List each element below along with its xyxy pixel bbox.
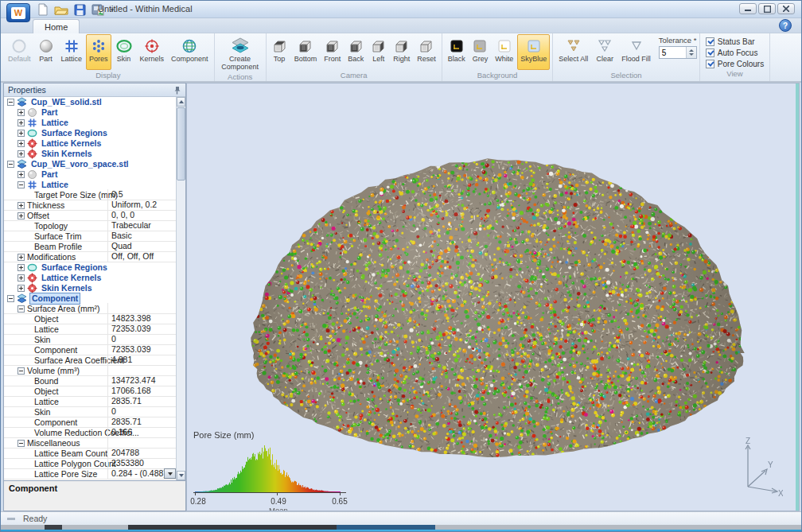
expander-plus[interactable] <box>18 285 25 292</box>
lattice-button[interactable]: Lattice <box>58 34 86 70</box>
tree-scrollbar[interactable] <box>176 97 185 480</box>
property-value[interactable]: 2835.71 <box>107 396 176 406</box>
expander-plus[interactable] <box>18 119 25 126</box>
tolerance-spin-buttons[interactable] <box>686 47 696 58</box>
property-value[interactable]: Quad <box>107 241 176 251</box>
expander-plus[interactable] <box>18 171 25 178</box>
property-value[interactable]: 2353380 <box>107 458 176 468</box>
tree-node-part[interactable]: Part <box>4 169 176 180</box>
expander-plus[interactable] <box>18 109 25 116</box>
expander-plus[interactable] <box>18 140 25 147</box>
part-button[interactable]: Part <box>35 34 57 70</box>
property-value[interactable]: 14823.398 <box>107 313 176 324</box>
tree-node-part[interactable]: Part <box>4 107 176 118</box>
skyblue-button[interactable]: SkyBlue <box>517 34 550 70</box>
select-all-button[interactable]: Select All <box>555 34 591 70</box>
property-value[interactable]: 2835.71 <box>107 417 176 427</box>
black-button[interactable]: Black <box>445 34 469 70</box>
close-button[interactable] <box>777 3 795 14</box>
property-value[interactable] <box>107 303 176 313</box>
tree-node-cup-we-voro-space-stl[interactable]: Cup_WE_voro_space.stl <box>4 159 176 169</box>
left-button[interactable]: Left <box>368 34 389 70</box>
property-value[interactable]: 0, 0, 0 <box>107 210 176 220</box>
top-button[interactable]: Top <box>269 34 290 70</box>
front-button[interactable]: Front <box>321 34 344 70</box>
property-value[interactable]: 134723.474 <box>107 375 176 386</box>
pore-size-dropdown-button[interactable] <box>164 468 176 479</box>
pore-colours-checkbox[interactable] <box>706 60 714 68</box>
view-option-auto-focus[interactable]: Auto Focus <box>706 49 764 57</box>
tab-home[interactable]: Home <box>33 19 80 33</box>
new-document-button[interactable] <box>36 3 50 16</box>
expander-plus[interactable] <box>18 150 25 157</box>
open-button[interactable] <box>54 3 68 16</box>
property-value[interactable]: 72353.039 <box>107 344 176 355</box>
status-bar-checkbox[interactable] <box>706 37 714 46</box>
viewport-3d[interactable]: Pore Size (mm) 0.28 0.49 0.65 Mean Z Y X <box>186 83 800 511</box>
application-menu-button[interactable]: W <box>6 3 30 22</box>
back-button[interactable]: Back <box>345 34 367 70</box>
property-row-lattice-pore-size[interactable]: Lattice Pore Size0.284 - (0.488) - 0... <box>4 469 176 480</box>
property-value[interactable]: 17066.168 <box>107 386 176 396</box>
expander-plus[interactable] <box>18 264 25 271</box>
expander-minus[interactable] <box>7 99 14 106</box>
right-button[interactable]: Right <box>390 34 413 70</box>
property-value[interactable]: 0 <box>107 406 176 417</box>
scroll-up-button[interactable] <box>177 97 185 107</box>
property-value[interactable]: Off, Off, Off <box>107 251 176 262</box>
property-value[interactable]: Trabecular <box>107 220 176 231</box>
clear-button[interactable]: Clear <box>592 34 617 70</box>
auto-focus-checkbox[interactable] <box>706 49 714 57</box>
expander-minus[interactable] <box>18 181 25 188</box>
grey-button[interactable]: Grey <box>469 34 492 70</box>
tree-node-surface-regions[interactable]: Surface Regions <box>4 262 176 273</box>
expander-plus[interactable] <box>18 202 25 209</box>
minimize-button[interactable] <box>739 3 757 14</box>
white-button[interactable]: White <box>492 34 516 70</box>
save-button[interactable] <box>72 3 87 16</box>
expander-plus[interactable] <box>18 130 25 137</box>
tree-node-lattice-kernels[interactable]: Lattice Kernels <box>4 138 176 149</box>
tree-node-lattice-kernels[interactable]: Lattice Kernels <box>4 273 176 283</box>
property-value[interactable] <box>107 437 176 448</box>
skin-button[interactable]: Skin <box>112 34 136 70</box>
bottom-button[interactable]: Bottom <box>291 34 321 70</box>
property-value[interactable]: 204788 <box>107 448 176 458</box>
property-value[interactable]: 0.166 <box>107 427 176 437</box>
expander-minus[interactable] <box>18 440 25 447</box>
tree-node-skin-kernels[interactable]: Skin Kernels <box>4 149 176 159</box>
flood-fill-button[interactable]: Flood Fill <box>618 34 654 70</box>
scroll-down-button[interactable] <box>177 471 185 480</box>
default-button[interactable]: Default <box>5 34 34 70</box>
help-button[interactable]: ? <box>779 19 792 32</box>
property-value[interactable]: 72353.039 <box>107 324 176 334</box>
pin-icon[interactable] <box>173 86 181 95</box>
reset-button[interactable]: Reset <box>414 34 439 70</box>
property-value[interactable]: Basic <box>107 231 176 241</box>
expander-plus[interactable] <box>18 212 25 219</box>
create-component-button[interactable]: Create Component <box>217 34 263 72</box>
expander-plus[interactable] <box>18 254 25 261</box>
property-value[interactable]: 4.881 <box>107 355 176 365</box>
view-option-status-bar[interactable]: Status Bar <box>706 37 764 46</box>
tolerance-input[interactable] <box>660 48 685 58</box>
tree-node-lattice[interactable]: Lattice <box>4 118 176 128</box>
property-value[interactable]: Uniform, 0.2 <box>107 200 176 210</box>
property-value[interactable]: 0 <box>107 334 176 344</box>
kernels-button[interactable]: Kernels <box>137 34 168 70</box>
component-button[interactable]: Component <box>168 34 212 70</box>
expander-plus[interactable] <box>18 274 25 282</box>
expander-minus[interactable] <box>7 161 14 168</box>
view-option-pore-colours[interactable]: Pore Colours <box>706 60 764 68</box>
property-row-modifications[interactable]: ModificationsOff, Off, Off <box>4 252 176 262</box>
scroll-thumb[interactable] <box>177 107 185 181</box>
property-value[interactable]: 0.5 <box>107 189 176 200</box>
property-value[interactable] <box>107 365 176 375</box>
tree-node-cup-we-solid-stl[interactable]: Cup_WE_solid.stl <box>4 97 176 107</box>
expander-minus[interactable] <box>7 295 14 302</box>
property-value[interactable]: 0.284 - (0.488) - 0... <box>107 468 176 479</box>
tree-node-surface-regions[interactable]: Surface Regions <box>4 128 176 138</box>
expander-minus[interactable] <box>18 305 25 313</box>
maximize-button[interactable] <box>758 3 776 14</box>
pores-button[interactable]: Pores <box>86 34 111 70</box>
